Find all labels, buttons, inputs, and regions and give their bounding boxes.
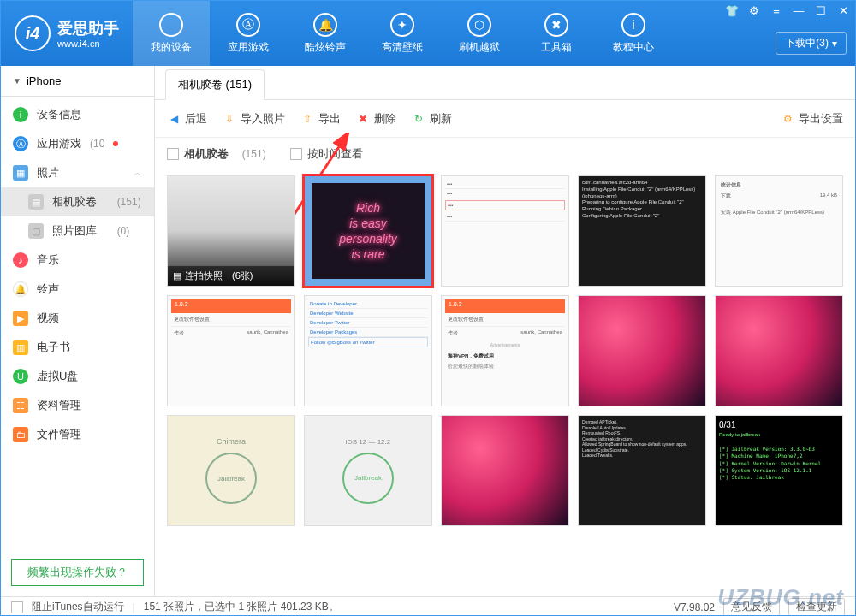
apps-icon: Ⓐ: [13, 136, 28, 151]
shirt-icon[interactable]: 👕: [725, 4, 739, 17]
sidebar-photos[interactable]: ▦照片︿: [1, 158, 154, 187]
photo-thumb[interactable]: 0/31Ready to jailbreak[*] Jailbreak Vers…: [715, 415, 843, 526]
itunes-label: 阻止iTunes自动运行: [32, 600, 124, 614]
export-settings-button[interactable]: ⚙导出设置: [781, 111, 843, 127]
box-icon: ⬡: [467, 13, 491, 37]
checkbox-icon[interactable]: [290, 148, 302, 160]
video-icon: ▶: [13, 311, 28, 326]
bell-icon: 🔔: [313, 13, 337, 37]
photo-thumb-selected[interactable]: Richis easypersonalityis rare: [304, 175, 432, 287]
maximize-button[interactable]: ☐: [814, 4, 828, 17]
photo-thumb[interactable]: [578, 295, 706, 406]
sidebar-video[interactable]: ▶视频: [1, 304, 154, 333]
sidebar-music[interactable]: ♪音乐: [1, 246, 154, 275]
list-icon: ☷: [13, 398, 28, 413]
info-icon: i: [621, 13, 645, 37]
close-button[interactable]: ✕: [836, 4, 850, 17]
device-name: iPhone: [27, 74, 61, 87]
help-link[interactable]: 频繁出现操作失败？: [11, 559, 144, 586]
app-url: www.i4.cn: [57, 38, 119, 49]
music-icon: ♪: [13, 252, 28, 268]
photo-thumb[interactable]: iOS 12 — 12.2Jailbreak: [304, 415, 432, 526]
refresh-button[interactable]: ↻刷新: [412, 111, 452, 127]
sidebar-photo-library[interactable]: ▢照片图库 (0): [1, 216, 154, 246]
folder-icon: 🗀: [13, 427, 28, 442]
photo-thumb[interactable]: 1.0.3更改软件包设置作者saurik, Cannathea: [167, 295, 295, 406]
import-icon: ⇩: [223, 112, 236, 126]
nav-my-device[interactable]: 我的设备: [133, 1, 210, 66]
tab-strip: 相机胶卷 (151): [155, 66, 855, 100]
nav-apps[interactable]: Ⓐ应用游戏: [210, 1, 287, 66]
photo-grid-area: ▤连拍快照 (6张) Richis easypersonalityis rare…: [155, 170, 855, 596]
version-label: V7.98.02: [674, 601, 715, 613]
folder-icon: ▤: [28, 194, 44, 210]
shield-icon: U: [13, 369, 28, 384]
import-button[interactable]: ⇩导入照片: [223, 111, 285, 127]
feedback-button[interactable]: 意见反馈: [723, 598, 780, 616]
settings-icon[interactable]: ⚙: [747, 4, 761, 17]
album-filter[interactable]: 相机胶卷 (151): [167, 146, 266, 162]
time-filter[interactable]: 按时间查看: [290, 146, 363, 162]
menu-icon[interactable]: ≡: [770, 4, 783, 17]
nav-jailbreak[interactable]: ⬡刷机越狱: [441, 1, 518, 66]
delete-icon: ✖: [356, 112, 370, 126]
window-controls: 👕 ⚙ ≡ — ☐ ✕: [725, 4, 850, 17]
chevron-down-icon: ▾: [832, 38, 837, 50]
minimize-button[interactable]: —: [792, 4, 805, 17]
filter-row: 相机胶卷 (151) 按时间查看: [155, 138, 855, 170]
sidebar-udisk[interactable]: U虚拟U盘: [1, 362, 154, 391]
sidebar-camera-roll[interactable]: ▤相机胶卷 (151): [1, 187, 154, 216]
app-header: i4 爱思助手 www.i4.cn 我的设备 Ⓐ应用游戏 🔔酷炫铃声 ✦高清壁纸…: [1, 1, 855, 66]
nav-wallpapers[interactable]: ✦高清壁纸: [364, 1, 441, 66]
bell-icon: 🔔: [13, 281, 28, 297]
tab-camera-roll[interactable]: 相机胶卷 (151): [165, 69, 265, 100]
photo-thumb[interactable]: 统计信息下载19.4 kB安装 Apple File Conduit "2" (…: [715, 175, 843, 287]
nav-tutorials[interactable]: i教程中心: [595, 1, 672, 66]
sidebar-ebooks[interactable]: ▥电子书: [1, 333, 154, 362]
book-icon: ▥: [13, 340, 28, 355]
badge-dot: [113, 141, 118, 146]
status-bar: 阻止iTunes自动运行 | 151 张照片，已选中 1 张照片 401.23 …: [1, 596, 855, 616]
apple-icon: [159, 13, 183, 37]
photo-thumb-burst[interactable]: ▤连拍快照 (6张): [167, 175, 295, 287]
sidebar-ringtones[interactable]: 🔔铃声: [1, 275, 154, 304]
status-summary: 151 张照片，已选中 1 张照片 401.23 KB。: [144, 600, 339, 614]
nav-toolbox[interactable]: ✖工具箱: [518, 1, 595, 66]
photo-icon: ▦: [13, 165, 28, 181]
photo-thumb[interactable]: Donate to DeveloperDeveloper WebsiteDeve…: [304, 295, 432, 406]
export-icon: ⇧: [300, 112, 314, 126]
photo-thumb[interactable]: 1.0.3更改软件包设置作者saurik, CannatheaAdvertise…: [441, 295, 569, 406]
collapse-icon[interactable]: ︿: [134, 167, 142, 179]
nav-ringtones[interactable]: 🔔酷炫铃声: [287, 1, 364, 66]
sidebar-apps[interactable]: Ⓐ应用游戏(10: [1, 129, 154, 158]
itunes-checkbox[interactable]: [11, 601, 23, 613]
sidebar-data-manage[interactable]: ☷资料管理: [1, 391, 154, 420]
logo-area: i4 爱思助手 www.i4.cn: [1, 15, 133, 51]
photo-thumb[interactable]: ChimeraJailbreak: [167, 415, 295, 526]
stack-icon: ▤: [173, 270, 181, 281]
sidebar: ▼ iPhone i设备信息 Ⓐ应用游戏(10 ▦照片︿ ▤相机胶卷 (151)…: [1, 66, 155, 596]
back-button[interactable]: ◀后退: [167, 111, 207, 127]
app-title: 爱思助手: [57, 18, 119, 38]
checkbox-icon[interactable]: [167, 148, 179, 160]
sidebar-device-info[interactable]: i设备信息: [1, 100, 154, 129]
sparkle-icon: ✦: [390, 13, 414, 37]
apps-icon: Ⓐ: [236, 13, 260, 37]
gear-icon: ⚙: [781, 112, 794, 126]
sidebar-file-manage[interactable]: 🗀文件管理: [1, 420, 154, 449]
folder-icon: ▢: [28, 223, 44, 239]
delete-button[interactable]: ✖删除: [356, 111, 396, 127]
toolbar: ◀后退 ⇩导入照片 ⇧导出 ✖删除 ↻刷新 ⚙导出设置: [155, 100, 855, 138]
photo-thumb[interactable]: [441, 415, 569, 526]
download-button[interactable]: 下载中(3)▾: [776, 32, 847, 55]
main-content: 相机胶卷 (151) ◀后退 ⇩导入照片 ⇧导出 ✖删除 ↻刷新 ⚙导出设置 相…: [155, 66, 855, 596]
chevron-down-icon: ▼: [13, 76, 21, 86]
photo-thumb[interactable]: com.cannathea.afc2d-arm64Installing Appl…: [578, 175, 706, 287]
back-icon: ◀: [167, 112, 181, 126]
export-button[interactable]: ⇧导出: [300, 111, 341, 127]
photo-thumb[interactable]: Dumped APTicket.Disabled Auto Updates.Re…: [578, 415, 706, 526]
check-update-button[interactable]: 检查更新: [788, 598, 845, 616]
photo-thumb[interactable]: ••••••••••••: [441, 175, 569, 287]
device-selector[interactable]: ▼ iPhone: [1, 66, 154, 97]
photo-thumb[interactable]: [715, 295, 843, 406]
